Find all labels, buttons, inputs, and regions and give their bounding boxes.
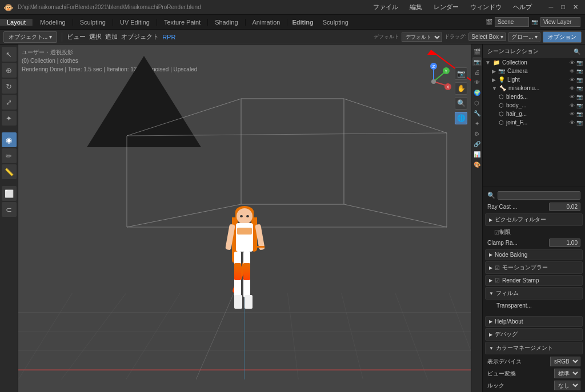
rpr-menu[interactable]: RPR	[162, 34, 175, 41]
cam-view-btn[interactable]: 📷	[455, 67, 467, 80]
prop-icon-strip: 🎬 📷 🖨 👁 🌍 ⬡ 🔧 ✦ ⚙ 🔗 📊 🎨	[471, 45, 483, 392]
display-device-select[interactable]: sRGB	[550, 357, 580, 366]
mesh1-render[interactable]: 📷	[576, 94, 583, 100]
add-menu[interactable]: 追加	[105, 33, 118, 41]
mesh4-render[interactable]: 📷	[576, 120, 583, 126]
outliner-item-mesh4[interactable]: ⬡ joint_F... 👁 📷	[483, 118, 585, 127]
coord-sys-select[interactable]: デフォルト	[402, 33, 442, 42]
object-mode-dropdown[interactable]: オブジェクト...	[3, 31, 57, 43]
measure-tool[interactable]: 📏	[2, 164, 17, 179]
rotate-tool[interactable]: ↻	[2, 79, 17, 94]
mesh2-render[interactable]: 📷	[576, 103, 583, 108]
glow-dropdown[interactable]: グロー...	[508, 32, 540, 42]
props-search-input[interactable]	[498, 191, 580, 200]
cursor-tool[interactable]: ↖	[2, 47, 17, 62]
collection-render-icon[interactable]: 📷	[576, 60, 583, 66]
mesh2-vis[interactable]: 👁	[570, 103, 575, 108]
help-about-section[interactable]: Help/About	[485, 316, 583, 327]
film-section[interactable]: フィルム	[485, 287, 583, 300]
clamp-ra-value[interactable]	[549, 239, 580, 247]
camera-expand: ▶	[492, 68, 496, 74]
tab-uv-editing[interactable]: UV Editing	[113, 19, 157, 26]
menu-render[interactable]: レンダー	[434, 3, 459, 11]
mesh4-name: joint_F...	[506, 119, 527, 126]
rotate-view-btn[interactable]: 🌐	[455, 112, 467, 124]
outliner-search-btn[interactable]: 🔍	[574, 49, 580, 55]
select-box-tool[interactable]: ⬜	[2, 186, 17, 201]
view-transform-select[interactable]: 標準	[554, 369, 580, 378]
prop-icon-world[interactable]: 🌍	[472, 88, 482, 97]
look-select[interactable]: なし	[554, 381, 580, 390]
prop-icon-scene[interactable]: 🎬	[472, 47, 482, 56]
tab-layout[interactable]: Layout	[0, 19, 33, 26]
options-btn[interactable]: オプション	[543, 31, 582, 43]
mesh1-vis[interactable]: 👁	[570, 94, 575, 100]
mesh3-vis[interactable]: 👁	[570, 111, 575, 117]
color-mgmt-section[interactable]: カラーマネージメント	[485, 342, 583, 354]
object-menu[interactable]: オブジェクト	[121, 33, 159, 41]
debug-section[interactable]: デバッグ	[485, 328, 583, 341]
outliner-item-mesh3[interactable]: ⬡ hair_g... 👁 📷	[483, 110, 585, 118]
prop-icon-object[interactable]: ⬡	[472, 98, 482, 107]
prop-icon-data[interactable]: 📊	[472, 149, 482, 159]
prop-icon-output[interactable]: 🖨	[472, 67, 482, 76]
outliner-item-light[interactable]: ▶ 💡 Light 👁 📷	[483, 75, 585, 84]
arm-render-icon[interactable]: 📷	[576, 86, 583, 91]
menu-file[interactable]: ファイル	[373, 3, 398, 11]
outliner-item-mesh2[interactable]: ⬡ body_... 👁 📷	[483, 101, 585, 110]
minimize-btn[interactable]: ─	[546, 3, 557, 11]
light-render-icon[interactable]: 📷	[576, 77, 583, 83]
prop-icon-view[interactable]: 👁	[472, 78, 482, 87]
outliner-item-mesh1[interactable]: ⬡ blends... 👁 📷	[483, 92, 585, 101]
arm-vis-icon[interactable]: 👁	[570, 86, 575, 91]
view-layer-input[interactable]	[540, 17, 580, 27]
lasso-tool[interactable]: ⊂	[2, 202, 17, 217]
light-vis-icon[interactable]: 👁	[570, 77, 575, 83]
prop-icon-modifier[interactable]: 🔧	[472, 108, 482, 118]
tab-shading[interactable]: Shading	[208, 19, 245, 26]
tab-sculpting[interactable]: Sculpting	[73, 19, 113, 26]
char-legs	[234, 252, 250, 297]
menu-help[interactable]: ヘルプ	[513, 3, 532, 11]
move-tool[interactable]: ⊕	[2, 63, 17, 78]
color-mgmt-label: カラーマネージメント	[496, 344, 553, 352]
ray-cast-value[interactable]	[549, 203, 580, 211]
pixel-filter-section[interactable]: ビクセルフィルター	[485, 213, 583, 226]
menu-edit[interactable]: 編集	[410, 3, 422, 11]
outliner-item-collection[interactable]: ▼ 📁 Collection 👁 📷	[483, 58, 585, 67]
outliner-item-armature[interactable]: ▼ 🦴 miraikomu... 👁 📷	[483, 84, 585, 92]
outliner-item-camera[interactable]: ▶ 📷 Camera 👁 📷	[483, 67, 585, 75]
viewport[interactable]: ユーザー・透視投影 (0) Collection | clothes Rende…	[18, 45, 471, 392]
mesh3-render[interactable]: 📷	[576, 111, 583, 117]
tab-animation[interactable]: Animation	[246, 19, 288, 26]
prop-icon-render[interactable]: 📷	[472, 57, 482, 66]
menu-window[interactable]: ウィンドウ	[470, 3, 502, 11]
maximize-btn[interactable]: □	[558, 3, 568, 11]
close-btn[interactable]: ✕	[570, 3, 582, 11]
tab-texture-paint[interactable]: Texture Paint	[157, 19, 208, 26]
motion-blur-section[interactable]: ☑ モーションブラー	[485, 261, 583, 274]
select-menu[interactable]: 選択	[89, 33, 102, 41]
camera-render-icon[interactable]: 📷	[576, 68, 583, 74]
zoom-btn[interactable]: 🔍	[455, 97, 467, 110]
node-baking-section[interactable]: Node Baking	[485, 249, 583, 260]
right-panel: 🎬 📷 🖨 👁 🌍 ⬡ 🔧 ✦ ⚙ 🔗 📊 🎨 シーンコレクション	[471, 45, 585, 392]
tab-modeling[interactable]: Modeling	[33, 19, 73, 26]
prop-icon-particles[interactable]: ✦	[472, 119, 482, 128]
active-tool[interactable]: ◉	[2, 132, 17, 147]
annotate-tool[interactable]: ✏	[2, 148, 17, 163]
camera-vis-icon[interactable]: 👁	[570, 68, 575, 74]
prop-icon-physics[interactable]: ⚙	[472, 129, 482, 138]
collection-vis-icon[interactable]: 👁	[570, 60, 575, 66]
render-stamp-section[interactable]: ☑ Render Stamp	[485, 275, 583, 286]
prop-icon-material[interactable]: 🎨	[472, 160, 482, 169]
mesh4-vis[interactable]: 👁	[570, 120, 575, 126]
scene-input[interactable]	[495, 17, 529, 27]
scale-tool[interactable]: ⤢	[2, 95, 17, 110]
select-box-dropdown[interactable]: Select Box	[468, 33, 506, 41]
sculpting-label: Sculpting	[318, 19, 353, 26]
view-menu[interactable]: ビュー	[67, 33, 86, 41]
transform-tool[interactable]: ✦	[2, 111, 17, 126]
pan-btn[interactable]: ✋	[455, 82, 467, 95]
prop-icon-constraints[interactable]: 🔗	[472, 139, 482, 148]
